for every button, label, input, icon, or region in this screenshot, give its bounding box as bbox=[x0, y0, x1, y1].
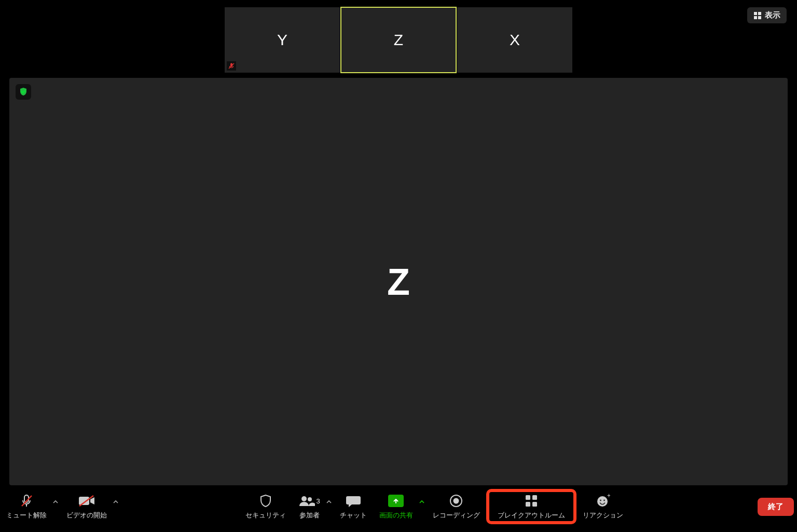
end-meeting-label: 終了 bbox=[768, 502, 784, 511]
active-speaker-view: Z bbox=[9, 78, 788, 485]
record-button[interactable]: レコーディング bbox=[427, 493, 486, 520]
participant-thumbnail[interactable]: Z bbox=[341, 7, 456, 73]
reactions-icon: + bbox=[596, 493, 610, 509]
breakout-rooms-label: ブレイクアウトルーム bbox=[498, 511, 565, 520]
breakout-rooms-icon bbox=[525, 493, 538, 509]
shield-icon bbox=[258, 493, 273, 509]
reactions-button[interactable]: + リアクション bbox=[576, 493, 629, 520]
svg-rect-16 bbox=[532, 502, 537, 507]
svg-rect-14 bbox=[532, 495, 537, 500]
svg-text:+: + bbox=[607, 494, 610, 499]
video-button[interactable]: ビデオの開始 bbox=[60, 493, 113, 520]
muted-mic-icon bbox=[227, 61, 236, 71]
chat-label: チャット bbox=[340, 511, 367, 520]
chevron-up-icon bbox=[53, 499, 58, 504]
zoom-meeting-window: 表示 Y Z X Z ミュート解除 bbox=[0, 0, 797, 532]
chevron-up-icon bbox=[419, 499, 424, 504]
participant-letter: Y bbox=[277, 31, 287, 49]
camera-off-icon bbox=[78, 493, 95, 509]
breakout-rooms-button[interactable]: ブレイクアウトルーム bbox=[491, 493, 571, 520]
encryption-badge[interactable] bbox=[16, 84, 31, 100]
mute-label: ミュート解除 bbox=[6, 511, 47, 520]
view-button-label: 表示 bbox=[765, 10, 780, 20]
annotation-highlight: ブレイクアウトルーム bbox=[486, 489, 576, 524]
record-icon bbox=[449, 493, 463, 509]
top-right-controls: 表示 bbox=[747, 7, 787, 23]
grid-icon bbox=[753, 11, 762, 20]
chevron-up-icon bbox=[326, 499, 332, 504]
share-screen-icon bbox=[388, 493, 404, 509]
participant-thumbnail[interactable]: Y bbox=[225, 7, 340, 73]
view-button[interactable]: 表示 bbox=[747, 7, 787, 23]
svg-rect-13 bbox=[526, 495, 530, 500]
share-screen-label: 画面の共有 bbox=[379, 511, 413, 520]
svg-rect-7 bbox=[79, 497, 89, 505]
mute-button[interactable]: ミュート解除 bbox=[0, 493, 53, 520]
shield-check-icon bbox=[19, 87, 28, 97]
svg-rect-0 bbox=[754, 12, 757, 15]
security-button[interactable]: セキュリティ bbox=[239, 493, 292, 520]
svg-rect-2 bbox=[754, 16, 757, 19]
mute-options-caret[interactable] bbox=[51, 499, 60, 504]
svg-point-18 bbox=[600, 500, 601, 501]
participant-letter: Z bbox=[394, 31, 403, 49]
participants-options-caret[interactable] bbox=[324, 499, 334, 504]
svg-point-19 bbox=[603, 500, 605, 501]
active-speaker-letter: Z bbox=[387, 261, 410, 303]
participants-label: 参加者 bbox=[299, 511, 320, 520]
share-screen-button[interactable]: 画面の共有 bbox=[373, 493, 419, 520]
participants-icon: 3 bbox=[298, 493, 320, 509]
chat-button[interactable]: チャット bbox=[334, 493, 373, 520]
chat-icon bbox=[346, 493, 361, 509]
share-options-caret[interactable] bbox=[417, 499, 427, 504]
end-meeting-button[interactable]: 終了 bbox=[758, 498, 794, 516]
participants-button[interactable]: 3 参加者 bbox=[292, 493, 326, 520]
svg-rect-3 bbox=[758, 16, 761, 19]
svg-point-9 bbox=[301, 496, 307, 501]
video-label: ビデオの開始 bbox=[66, 511, 107, 520]
chevron-up-icon bbox=[113, 499, 118, 504]
svg-rect-15 bbox=[526, 502, 530, 507]
svg-rect-1 bbox=[758, 12, 761, 15]
participant-thumbnail-row: Y Z X bbox=[225, 7, 572, 73]
meeting-toolbar: ミュート解除 ビデオの開始 セキュリティ 3 参加者 bbox=[0, 486, 797, 527]
svg-point-10 bbox=[308, 497, 312, 501]
reactions-label: リアクション bbox=[583, 511, 623, 520]
svg-point-12 bbox=[454, 498, 459, 504]
participant-thumbnail[interactable]: X bbox=[457, 7, 572, 73]
svg-point-17 bbox=[597, 496, 608, 507]
mic-muted-icon bbox=[19, 493, 34, 509]
record-label: レコーディング bbox=[433, 511, 480, 520]
video-options-caret[interactable] bbox=[111, 499, 120, 504]
participant-letter: X bbox=[510, 31, 520, 49]
security-label: セキュリティ bbox=[245, 511, 286, 520]
participants-count: 3 bbox=[316, 497, 320, 505]
